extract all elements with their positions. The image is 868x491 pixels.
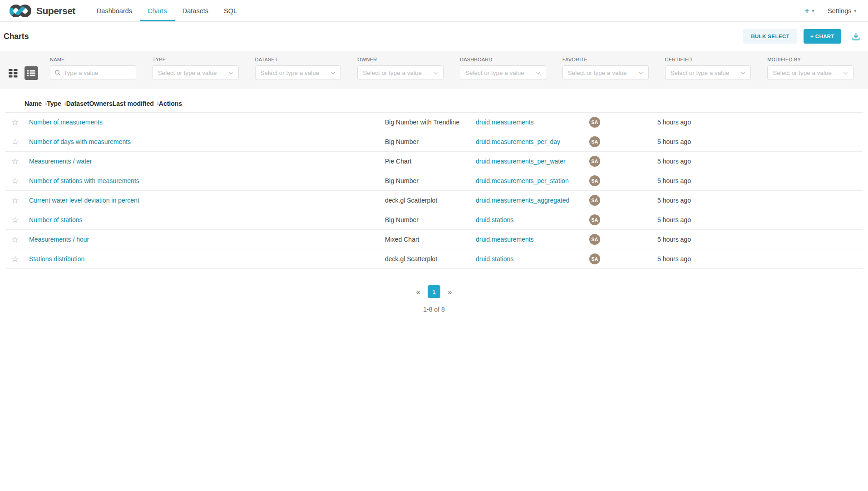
list-icon	[27, 69, 35, 77]
table-body: ☆ Number of measurements Big Number with…	[5, 113, 863, 269]
owner-avatar[interactable]: SA	[589, 156, 600, 167]
filter-label: FAVORITE	[562, 57, 649, 62]
chart-name-link[interactable]: Measurements / hour	[29, 236, 385, 243]
filter-field[interactable]	[568, 69, 636, 76]
page-1-button[interactable]: 1	[428, 285, 440, 298]
dataset-link[interactable]: druid.measurements_aggregated	[476, 197, 589, 204]
chart-name-link[interactable]: Stations distribution	[29, 255, 385, 263]
list-view-toggle[interactable]	[25, 66, 38, 80]
filter-field[interactable]	[158, 69, 227, 76]
favorite-star-icon[interactable]: ☆	[11, 177, 18, 185]
dataset-link[interactable]: druid.measurements_per_station	[476, 177, 589, 184]
add-new-menu[interactable]: + ▾	[805, 6, 814, 15]
dataset-link[interactable]: druid.stations	[476, 216, 589, 223]
dataset-cell: druid.stations	[476, 216, 589, 223]
column-header[interactable]: Type ▴▾	[47, 100, 66, 107]
column-header[interactable]: Name ▴▾	[25, 100, 47, 107]
settings-menu[interactable]: Settings ▾	[828, 7, 856, 15]
nav-item-label: SQL	[224, 7, 237, 15]
favorite-star-icon[interactable]: ☆	[11, 119, 18, 126]
filter-field[interactable]	[261, 69, 329, 76]
owner-avatar[interactable]: SA	[589, 214, 600, 225]
filter-input[interactable]	[562, 65, 649, 80]
settings-label: Settings	[828, 7, 851, 15]
filter-input[interactable]	[665, 65, 751, 80]
filter-field[interactable]	[773, 69, 841, 76]
chart-name-link[interactable]: Current water level deviation in percent	[29, 197, 385, 204]
chart-type: deck.gl Scatterplot	[385, 197, 476, 204]
chart-name-link[interactable]: Number of days with measurements	[29, 138, 385, 145]
column-header[interactable]: Dataset ▴▾	[66, 100, 89, 107]
nav-item[interactable]: SQL ▾	[216, 0, 245, 21]
filter-field[interactable]	[671, 69, 739, 76]
chart-name-link[interactable]: Number of stations	[29, 216, 385, 223]
favorite-star-icon[interactable]: ☆	[11, 216, 18, 224]
name-cell: Number of measurements	[25, 119, 385, 126]
caret-down-icon: ▾	[812, 9, 814, 13]
owner-avatar[interactable]: SA	[589, 195, 600, 206]
favorite-star-icon[interactable]: ☆	[11, 255, 18, 263]
filter-input[interactable]	[767, 65, 853, 80]
owner-avatar[interactable]: SA	[589, 234, 600, 245]
filter-input[interactable]	[50, 65, 136, 80]
filter-input[interactable]	[153, 65, 239, 80]
filter-input[interactable]	[357, 65, 444, 80]
export-charts-button[interactable]	[851, 32, 861, 41]
chart-name-link[interactable]: Measurements / water	[29, 158, 385, 165]
column-header[interactable]: Owners ▴▾	[89, 100, 112, 107]
superset-logo[interactable]: Superset	[8, 0, 75, 21]
dataset-link[interactable]: druid.measurements	[476, 119, 589, 126]
favorite-star-icon[interactable]: ☆	[11, 158, 18, 165]
name-cell: Measurements / hour	[25, 236, 385, 243]
favorite-star-icon[interactable]: ☆	[11, 138, 18, 146]
owner-avatar[interactable]: SA	[589, 253, 600, 264]
main-nav: Dashboards ▾ Charts ▾ Datasets ▾ SQL ▾	[89, 0, 245, 21]
favorite-star-icon[interactable]: ☆	[11, 197, 18, 204]
nav-item[interactable]: Dashboards ▾	[89, 0, 140, 21]
dataset-link[interactable]: druid.stations	[476, 255, 589, 263]
chart-name-link[interactable]: Number of stations with measurements	[29, 177, 385, 184]
owner-avatar[interactable]: SA	[589, 175, 600, 186]
chart-type: Big Number with Trendline	[385, 119, 476, 126]
dataset-link[interactable]: druid.measurements	[476, 236, 589, 243]
owner-avatar[interactable]: SA	[589, 136, 600, 147]
page-header: Charts BULK SELECT + CHART	[0, 22, 868, 51]
nav-item[interactable]: Charts ▾	[140, 0, 175, 21]
table-row: ☆ Number of stations with measurements B…	[5, 171, 863, 191]
prev-page-button[interactable]: «	[409, 288, 428, 296]
column-header[interactable]: Actions ▴▾	[159, 100, 182, 107]
name-cell: Current water level deviation in percent	[25, 197, 385, 204]
filter-field[interactable]	[64, 69, 124, 76]
page-title: Charts	[4, 32, 29, 41]
chart-type: deck.gl Scatterplot	[385, 255, 476, 263]
filter-field[interactable]	[363, 69, 431, 76]
search-icon	[54, 69, 61, 76]
nav-item[interactable]: Datasets ▾	[175, 0, 216, 21]
name-cell: Number of stations	[25, 216, 385, 223]
dataset-link[interactable]: druid.measurements_per_day	[476, 138, 589, 145]
filter-input[interactable]	[460, 65, 546, 80]
chart-name-link[interactable]: Number of measurements	[29, 119, 385, 126]
filter-field[interactable]	[465, 69, 534, 76]
column-header[interactable]: Last modified ▴▾	[113, 100, 159, 107]
card-view-toggle[interactable]	[6, 66, 20, 80]
next-page-button[interactable]: »	[440, 288, 459, 296]
filter: TYPE	[153, 57, 239, 80]
owner-avatar[interactable]: SA	[589, 117, 600, 128]
column-header-label: Last modified	[113, 100, 154, 107]
dataset-cell: druid.measurements_per_water	[476, 158, 589, 165]
filter-input[interactable]	[255, 65, 341, 80]
owners-cell: SA	[589, 175, 657, 186]
table-row: ☆ Measurements / water Pie Chart druid.m…	[5, 152, 863, 171]
name-cell: Stations distribution	[25, 255, 385, 263]
table-row: ☆ Number of days with measurements Big N…	[5, 132, 863, 152]
filter: NAME	[50, 57, 136, 80]
favorite-star-icon[interactable]: ☆	[11, 236, 18, 243]
dataset-link[interactable]: druid.measurements_per_water	[476, 158, 589, 165]
filter-label: MODIFIED BY	[767, 57, 853, 62]
table-columns: Name ▴▾ Type ▴▾ Dataset ▴▾	[25, 94, 863, 112]
favorite-cell: ☆	[5, 177, 25, 185]
add-chart-button[interactable]: + CHART	[804, 29, 841, 44]
filter-label: OWNER	[357, 57, 444, 62]
bulk-select-button[interactable]: BULK SELECT	[743, 29, 797, 44]
